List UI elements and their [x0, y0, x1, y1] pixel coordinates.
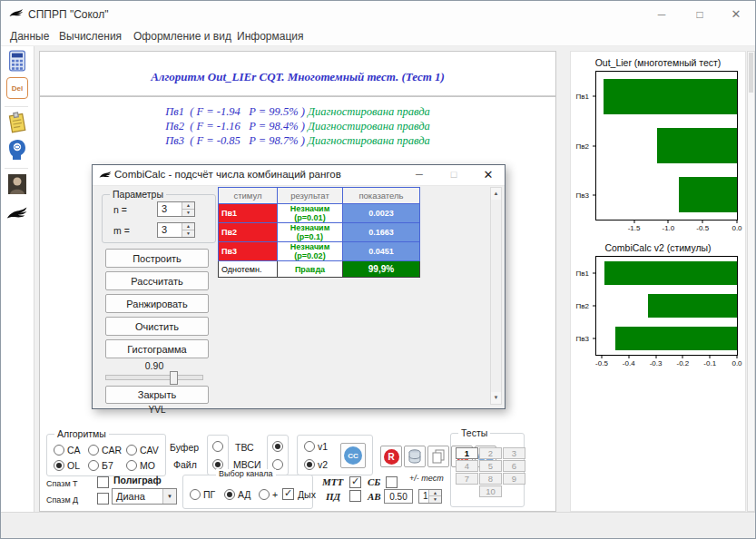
mtt-checkbox[interactable]	[349, 476, 361, 488]
histogram-button[interactable]: Гистограмма	[105, 339, 209, 358]
y-tick-label: Пв2	[576, 302, 589, 310]
dialog-close-button[interactable]: ✕	[476, 165, 501, 184]
stepper-down-icon[interactable]: ▼	[182, 209, 194, 216]
radio-label[interactable]: АД	[238, 489, 250, 500]
radio-label[interactable]: Б7	[102, 460, 113, 471]
radio-algorithm-cav[interactable]	[126, 445, 137, 456]
summary-stimulus-cell: Однотемн.	[219, 261, 278, 278]
stepper-down-icon[interactable]: ▼	[428, 495, 441, 503]
stepper-up-icon[interactable]: ▲	[182, 202, 194, 209]
test-button-2[interactable]: 2	[479, 447, 502, 459]
charts-scrollbar[interactable]	[747, 51, 755, 512]
radio-algorithm-b7[interactable]	[88, 460, 99, 471]
scrollbar-thumb[interactable]	[749, 53, 753, 93]
falcon-logo-icon[interactable]	[6, 206, 28, 222]
mtt-label: МТТ	[322, 476, 343, 487]
spasm-t-checkbox[interactable]	[97, 476, 109, 488]
stepper-up-icon[interactable]: ▲	[182, 223, 194, 230]
dialog-minimize-button[interactable]: ─	[407, 165, 432, 184]
sb-checkbox[interactable]	[386, 476, 398, 488]
bar-Пв2	[657, 128, 737, 163]
file-label: Файл	[173, 459, 197, 470]
radio-label[interactable]: МО	[140, 460, 155, 471]
toolbar-separator	[5, 106, 28, 107]
notepad-icon[interactable]	[6, 112, 28, 133]
breath-checkbox[interactable]	[282, 488, 294, 500]
radio-buffer[interactable]	[212, 441, 223, 452]
maximize-button[interactable]: □	[686, 5, 713, 24]
threshold-field[interactable]: 0.50	[384, 489, 413, 504]
radio-label[interactable]: CAV	[140, 445, 159, 456]
test-button-8[interactable]: 8	[479, 473, 502, 485]
radio-v2[interactable]	[304, 459, 315, 470]
record-button[interactable]: R	[380, 446, 402, 467]
slider-thumb[interactable]	[170, 371, 178, 385]
radio-label[interactable]: CA	[67, 445, 81, 456]
stepper-down-icon[interactable]: ▼	[182, 230, 194, 237]
channel-group-label: Выбор канала	[216, 469, 276, 478]
head-brain-icon[interactable]	[6, 139, 28, 161]
test-count-value: 1	[423, 491, 428, 501]
radio-label[interactable]: CAR	[102, 445, 122, 456]
test-button-7[interactable]: 7	[456, 473, 478, 485]
radio-v1[interactable]	[304, 441, 315, 452]
radio-channel-pg[interactable]	[190, 489, 201, 500]
radio-label[interactable]: +	[272, 489, 278, 500]
polygraph-select[interactable]: Диана ▼	[112, 488, 177, 505]
radio-algorithm-mo[interactable]	[126, 460, 137, 471]
m-stepper[interactable]: 3 ▲ ▼	[157, 222, 195, 238]
radio-label[interactable]: v1	[318, 441, 328, 452]
test-button-4[interactable]: 4	[456, 460, 478, 472]
clear-button[interactable]: Очистить	[105, 317, 209, 336]
breath-label[interactable]: Дых	[298, 489, 316, 500]
dialog-scrollbar[interactable]: ▲ ▼	[490, 187, 502, 405]
scroll-up-icon[interactable]: ▲	[491, 188, 501, 200]
x-tick-mark	[601, 355, 602, 358]
radio-channel-ad[interactable]	[224, 489, 235, 500]
radio-algorithm-car[interactable]	[88, 445, 99, 456]
copy-button[interactable]	[427, 446, 449, 467]
test-button-1[interactable]: 1	[456, 447, 478, 459]
calculator-icon[interactable]	[6, 50, 28, 72]
radio-channel-plus[interactable]	[259, 489, 270, 500]
test-button-10[interactable]: 10	[479, 485, 502, 497]
test-button-9[interactable]: 9	[503, 473, 525, 485]
spasm-d-checkbox[interactable]	[97, 493, 109, 505]
close-button[interactable]: ✕	[722, 5, 750, 24]
menu-information[interactable]: Информация	[237, 30, 303, 43]
chevron-down-icon[interactable]: ▼	[162, 489, 176, 504]
test-count-stepper[interactable]: 1 ▲ ▼	[418, 489, 442, 504]
cc-button[interactable]: СС	[340, 443, 366, 468]
test-button-6[interactable]: 6	[503, 460, 525, 472]
test-button-3[interactable]: 3	[503, 447, 525, 459]
status-strip	[1, 512, 755, 539]
del-key-icon[interactable]: Del	[6, 77, 28, 99]
calculate-button[interactable]: Рассчитать	[105, 271, 209, 290]
scroll-down-icon[interactable]: ▼	[491, 392, 501, 404]
pd-checkbox[interactable]	[349, 490, 361, 502]
y-tick-mark	[593, 338, 596, 339]
build-button[interactable]: Построить	[105, 249, 209, 268]
rank-button[interactable]: Ранжировать	[105, 294, 209, 313]
portrait-icon[interactable]	[6, 173, 28, 195]
radio-label[interactable]: v2	[318, 459, 328, 470]
dialog-close-action-button[interactable]: Закрыть	[105, 386, 209, 404]
dialog-maximize-button[interactable]: □	[441, 165, 466, 184]
radio-label[interactable]: ПГ	[203, 489, 215, 500]
radio-algorithm-ca[interactable]	[54, 445, 64, 456]
threshold-slider[interactable]	[105, 375, 203, 380]
menu-appearance[interactable]: Оформление и вид	[133, 30, 231, 43]
menu-computation[interactable]: Вычисления	[59, 30, 122, 43]
radio-label[interactable]: OL	[67, 460, 80, 471]
test-button-5[interactable]: 5	[479, 460, 502, 472]
y-tick-label: Пв3	[576, 191, 589, 199]
table-row: Пв3 Незначим (p=0.02) 0.0451	[219, 242, 420, 261]
y-tick-label: Пв3	[576, 335, 589, 343]
radio-tvs[interactable]	[272, 441, 283, 452]
minimize-button[interactable]: ─	[648, 5, 675, 24]
database-button[interactable]	[404, 446, 426, 467]
menu-data[interactable]: Данные	[10, 30, 49, 43]
n-stepper[interactable]: 3 ▲ ▼	[157, 201, 195, 217]
bar-Пв1	[604, 261, 737, 285]
radio-algorithm-ol[interactable]	[54, 460, 64, 471]
